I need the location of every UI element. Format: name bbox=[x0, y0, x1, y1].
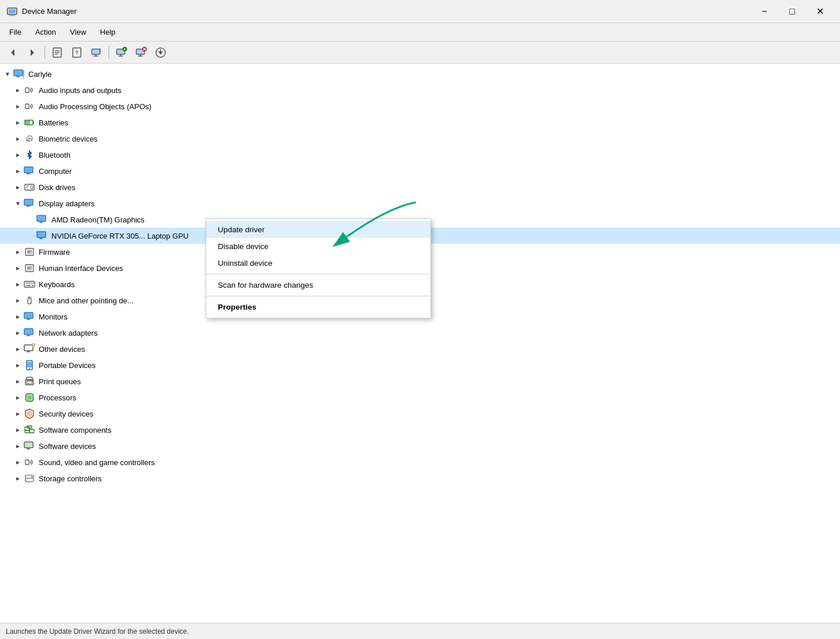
context-menu-disable-device[interactable]: Disable device bbox=[206, 238, 430, 255]
firmware-expander[interactable] bbox=[13, 247, 23, 257]
close-button[interactable]: ✕ bbox=[806, 2, 833, 21]
menu-view[interactable]: View bbox=[63, 25, 93, 39]
download-button[interactable] bbox=[151, 44, 170, 61]
storage-expander[interactable] bbox=[13, 473, 23, 484]
bluetooth-expander[interactable] bbox=[13, 150, 23, 160]
computer-device-icon bbox=[23, 165, 36, 177]
tree-item-audio-apo[interactable]: Audio Processing Objects (APOs) bbox=[0, 98, 840, 114]
context-menu-uninstall-device[interactable]: Uninstall device bbox=[206, 255, 430, 272]
tree-view[interactable]: Carlyle Audio inputs and outputs bbox=[0, 64, 840, 623]
keyboards-label: Keyboards bbox=[39, 280, 75, 289]
nvidia-gpu-label: NVIDIA GeForce RTX 305... Laptop GPU bbox=[51, 232, 188, 240]
tree-item-computer[interactable]: Computer bbox=[0, 163, 840, 179]
audio-apo-expander[interactable] bbox=[13, 101, 23, 112]
svg-rect-76 bbox=[25, 285, 27, 286]
display-icon bbox=[23, 197, 36, 210]
sw-components-expander[interactable] bbox=[13, 425, 23, 435]
print-expander[interactable] bbox=[13, 376, 23, 387]
biometric-expander[interactable] bbox=[13, 133, 23, 144]
sw-devices-icon bbox=[23, 440, 36, 452]
tree-item-network[interactable]: Network adapters bbox=[0, 325, 840, 341]
svg-rect-72 bbox=[27, 283, 28, 284]
back-button[interactable] bbox=[3, 44, 22, 61]
security-label: Security devices bbox=[39, 410, 94, 418]
root-expander[interactable] bbox=[2, 69, 13, 79]
disk-expander[interactable] bbox=[13, 182, 23, 192]
other-expander[interactable] bbox=[13, 344, 23, 354]
keyboards-expander[interactable] bbox=[13, 279, 23, 289]
display-expander[interactable] bbox=[13, 198, 23, 209]
tree-item-portable[interactable]: Portable Devices bbox=[0, 357, 840, 373]
other-label: Other devices bbox=[39, 345, 85, 354]
svg-rect-89 bbox=[24, 345, 33, 351]
computer-expander[interactable] bbox=[13, 166, 23, 176]
svg-rect-77 bbox=[27, 285, 31, 286]
svg-rect-2 bbox=[10, 14, 14, 16]
maximize-button[interactable]: □ bbox=[779, 2, 805, 21]
context-menu-scan-hardware[interactable]: Scan for hardware changes bbox=[206, 277, 430, 294]
menu-action[interactable]: Action bbox=[28, 25, 63, 39]
enable-device-button[interactable] bbox=[112, 44, 131, 61]
network-icon bbox=[23, 326, 36, 339]
sw-devices-expander[interactable] bbox=[13, 441, 23, 451]
tree-item-sw-components[interactable]: Software components bbox=[0, 422, 840, 438]
svg-rect-51 bbox=[25, 200, 32, 205]
batteries-icon bbox=[23, 116, 36, 129]
tree-item-disk[interactable]: Disk drives bbox=[0, 179, 840, 195]
tree-item-processors[interactable]: Processors bbox=[0, 389, 840, 406]
processors-expander[interactable] bbox=[13, 392, 23, 403]
tree-item-biometric[interactable]: Biometric devices bbox=[0, 131, 840, 147]
tree-item-print[interactable]: Print queues bbox=[0, 373, 840, 389]
sound-icon bbox=[23, 456, 36, 469]
amd-gpu-label: AMD Radeon(TM) Graphics bbox=[51, 216, 144, 224]
svg-rect-36 bbox=[23, 70, 24, 79]
tree-item-security[interactable]: Security devices bbox=[0, 406, 840, 422]
security-expander[interactable] bbox=[13, 408, 23, 419]
menu-help[interactable]: Help bbox=[93, 25, 122, 39]
uninstall-button[interactable] bbox=[132, 44, 150, 61]
properties-button[interactable] bbox=[48, 44, 66, 61]
status-bar: Launches the Update Driver Wizard for th… bbox=[0, 623, 840, 639]
portable-label: Portable Devices bbox=[39, 361, 95, 370]
processors-icon bbox=[23, 391, 36, 404]
processors-label: Processors bbox=[39, 393, 76, 402]
forward-button[interactable] bbox=[23, 44, 42, 61]
svg-rect-55 bbox=[38, 216, 45, 221]
scan-button[interactable] bbox=[87, 44, 106, 61]
tree-item-sound[interactable]: Sound, video and game controllers bbox=[0, 454, 840, 470]
audio-io-expander[interactable] bbox=[13, 85, 23, 95]
sound-expander[interactable] bbox=[13, 457, 23, 467]
network-expander[interactable] bbox=[13, 328, 23, 338]
status-text: Launches the Update Driver Wizard for th… bbox=[6, 627, 189, 636]
tree-item-sw-devices[interactable]: Software devices bbox=[0, 438, 840, 454]
network-label: Network adapters bbox=[39, 329, 98, 337]
monitors-expander[interactable] bbox=[13, 311, 23, 322]
portable-expander[interactable] bbox=[13, 360, 23, 370]
storage-label: Storage controllers bbox=[39, 474, 102, 483]
tree-item-batteries[interactable]: Batteries bbox=[0, 114, 840, 131]
tree-item-storage[interactable]: Storage controllers bbox=[0, 470, 840, 486]
context-menu-update-driver[interactable]: Update driver bbox=[206, 221, 430, 238]
tree-root[interactable]: Carlyle bbox=[0, 66, 840, 82]
minimize-button[interactable]: − bbox=[751, 2, 778, 21]
hid-expander[interactable] bbox=[13, 263, 23, 273]
batteries-expander[interactable] bbox=[13, 117, 23, 128]
svg-rect-41 bbox=[33, 122, 34, 124]
sw-devices-label: Software devices bbox=[39, 442, 96, 451]
context-menu-properties[interactable]: Properties bbox=[206, 299, 430, 315]
disk-label: Disk drives bbox=[39, 183, 76, 192]
tree-item-audio-io[interactable]: Audio inputs and outputs bbox=[0, 82, 840, 98]
mice-expander[interactable] bbox=[13, 295, 23, 306]
svg-text:!: ! bbox=[33, 343, 34, 347]
portable-icon bbox=[23, 359, 36, 371]
menu-file[interactable]: File bbox=[2, 25, 28, 39]
svg-rect-75 bbox=[32, 283, 34, 284]
update-driver-toolbar-button[interactable]: ? bbox=[68, 44, 86, 61]
tree-item-other[interactable]: ! Other devices bbox=[0, 341, 840, 357]
svg-rect-13 bbox=[92, 50, 99, 54]
tree-item-display[interactable]: Display adapters bbox=[0, 195, 840, 211]
amd-gpu-expander bbox=[25, 214, 36, 225]
tree-item-bluetooth[interactable]: Bluetooth bbox=[0, 147, 840, 163]
mice-label: Mice and other pointing de... bbox=[39, 296, 133, 305]
computer-icon bbox=[13, 68, 25, 80]
